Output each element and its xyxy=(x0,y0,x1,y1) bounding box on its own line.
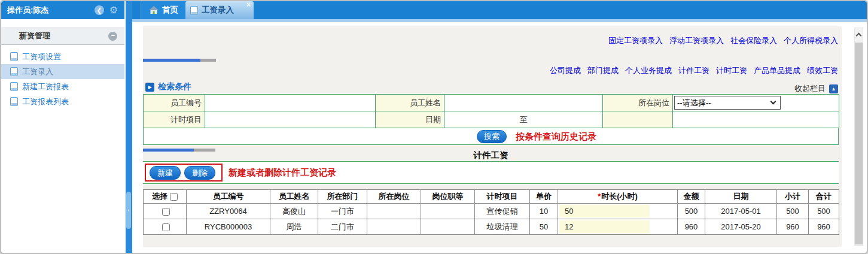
cell-timing-item: 垃圾清理 xyxy=(475,219,530,235)
document-icon xyxy=(10,97,18,106)
search-button[interactable]: 搜索 xyxy=(477,130,507,143)
empty-label-cell xyxy=(603,111,673,128)
cell-hours: 50 xyxy=(558,204,678,219)
sidebar-item-new-salary-report[interactable]: 新建工资报表 xyxy=(1,79,124,94)
table-row: ZZRY0064 高俊山 一门市 宣传促销 10 50 500 2017-05-… xyxy=(144,204,839,219)
link-piecework-salary[interactable]: 计件工资 xyxy=(678,65,709,76)
cell-employee-name: 高俊山 xyxy=(270,204,318,219)
timing-item-field[interactable] xyxy=(205,111,376,128)
link-fixed-salary-entry[interactable]: 固定工资项录入 xyxy=(608,35,663,46)
col-position: 所在岗位 xyxy=(367,190,421,204)
cell-unit-price: 10 xyxy=(530,204,558,219)
scrollbar-thumb[interactable] xyxy=(855,43,863,244)
link-income-tax-entry[interactable]: 个人所得税录入 xyxy=(784,35,838,46)
delete-button[interactable]: 删除 xyxy=(184,166,215,180)
select-all-checkbox[interactable] xyxy=(170,193,178,201)
document-icon xyxy=(10,67,18,76)
select-header-label: 选择 xyxy=(152,192,167,201)
link-performance-salary[interactable]: 绩效工资 xyxy=(807,65,838,76)
expand-arrow-icon[interactable]: ▶ xyxy=(145,83,154,92)
link-company-commission[interactable]: 公司提成 xyxy=(550,65,581,76)
document-icon xyxy=(10,82,18,91)
cell-hours: 12 xyxy=(558,219,678,235)
search-annotation: 按条件查询历史记录 xyxy=(516,131,596,143)
employee-name-label: 员工姓名 xyxy=(376,95,444,111)
piecework-title: 计件工资 xyxy=(143,150,839,161)
cell-employee-name: 周浩 xyxy=(270,219,318,235)
close-tab-icon[interactable]: × xyxy=(246,1,251,8)
col-date: 日期 xyxy=(705,190,777,204)
cell-subtotal: 960 xyxy=(777,219,809,235)
sidebar-item-salary-item-setup[interactable]: 工资项设置 xyxy=(1,49,124,64)
collapse-up-icon[interactable]: ▲ xyxy=(829,84,838,93)
cell-employee-no: ZZRY0064 xyxy=(187,204,270,219)
cell-employee-no: RYCB000003 xyxy=(187,219,270,235)
col-hours: *时长(小时) xyxy=(558,190,678,204)
cell-position xyxy=(367,219,421,235)
position-select[interactable]: --请选择-- xyxy=(674,96,781,110)
employee-no-label: 员工编号 xyxy=(144,95,205,111)
sidebar-item-salary-report-list[interactable]: 工资报表列表 xyxy=(1,94,124,109)
sidebar-item-salary-entry[interactable]: 工资录入 xyxy=(1,64,124,79)
gear-icon[interactable]: ⚙ xyxy=(109,5,118,15)
vertical-scrollbar[interactable] xyxy=(854,28,863,246)
search-section-header: ▶ 检索条件 xyxy=(145,81,191,92)
collapse-columns-control[interactable]: 收起栏目 ▲ xyxy=(794,83,838,94)
date-range-cell[interactable]: 至 xyxy=(444,111,603,128)
cell-department: 二门市 xyxy=(318,219,367,235)
cell-date: 2017-05-01 xyxy=(705,204,777,219)
sidebar-menu: 工资项设置 工资录入 新建工资报表 工资报表列表 xyxy=(1,49,124,109)
progress-gray-segment xyxy=(200,59,216,62)
link-product-unit-commission[interactable]: 产品单品提成 xyxy=(754,65,800,76)
quick-links-row-1: 固定工资项录入 浮动工资项录入 社会保险录入 个人所得税录入 xyxy=(608,35,838,46)
hours-input[interactable]: 50 xyxy=(559,205,650,217)
quick-links-row-2: 公司提成 部门提成 个人业务提成 计件工资 计时工资 产品单品提成 绩效工资 xyxy=(550,65,838,76)
col-grade: 岗位职等 xyxy=(421,190,475,204)
document-icon xyxy=(10,52,18,61)
table-header-row: 选择 员工编号 员工姓名 所在部门 所在岗位 岗位职等 计时项目 单价 *时长(… xyxy=(144,190,839,204)
splitter-collapse-handle[interactable]: ‹ xyxy=(126,192,131,229)
home-icon xyxy=(149,6,159,14)
tab-bar: 首页 工资录入 × xyxy=(132,1,867,19)
collapse-sidebar-icon[interactable]: ❮ xyxy=(95,5,104,15)
cell-date: 2017-05-20 xyxy=(705,219,777,235)
search-form: 员工编号 员工姓名 所在岗位 --请选择-- 计时项目 日期 至 xyxy=(143,94,839,128)
col-amount: 金额 xyxy=(678,190,705,204)
table-row: RYCB000003 周浩 二门市 垃圾清理 50 12 960 2017-05… xyxy=(144,219,839,235)
cell-grade xyxy=(421,204,475,219)
sidebar-splitter[interactable]: ‹ xyxy=(126,1,132,253)
link-floating-salary-entry[interactable]: 浮动工资项录入 xyxy=(669,35,724,46)
toolbar-annotation: 新建或者删除计件工资记录 xyxy=(229,167,336,179)
employee-name-field[interactable] xyxy=(444,95,603,111)
tab-home[interactable]: 首页 xyxy=(141,1,187,19)
row-checkbox[interactable] xyxy=(162,223,170,231)
tab-bar-underline xyxy=(132,19,867,22)
sidebar-item-label: 工资录入 xyxy=(22,66,53,77)
link-social-insurance-entry[interactable]: 社会保险录入 xyxy=(730,35,777,46)
link-department-commission[interactable]: 部门提成 xyxy=(587,65,619,76)
tab-salary-entry[interactable]: 工资录入 × xyxy=(185,1,254,19)
new-button[interactable]: 新建 xyxy=(150,166,181,180)
scroll-up-arrow-icon[interactable] xyxy=(856,33,862,39)
sidebar-item-label: 新建工资报表 xyxy=(22,81,69,92)
select-column-header: 选择 xyxy=(144,190,187,204)
tab-home-label: 首页 xyxy=(162,5,178,16)
minus-circle-icon[interactable]: − xyxy=(108,32,117,41)
collapse-label: 收起栏目 xyxy=(794,83,826,94)
search-section-title: 检索条件 xyxy=(158,81,191,92)
hours-input[interactable]: 12 xyxy=(559,220,650,233)
employee-no-field[interactable] xyxy=(205,95,376,111)
sidebar-header: 操作员:陈杰 ❮ ⚙ xyxy=(1,1,124,19)
row-checkbox[interactable] xyxy=(162,208,170,216)
sidebar-item-label: 工资项设置 xyxy=(22,52,61,62)
cell-total: 960 xyxy=(809,219,839,235)
divider-progress-bar xyxy=(143,59,216,62)
sidebar-section-salary[interactable]: 薪资管理 − xyxy=(1,27,124,45)
col-total: 合计 xyxy=(809,190,839,204)
link-hourly-salary[interactable]: 计时工资 xyxy=(716,65,747,76)
col-department: 所在部门 xyxy=(318,190,367,204)
link-personal-business-commission[interactable]: 个人业务提成 xyxy=(625,65,672,76)
empty-value-cell xyxy=(673,111,839,128)
col-timing-item: 计时项目 xyxy=(475,190,530,204)
cell-department: 一门市 xyxy=(318,204,367,219)
